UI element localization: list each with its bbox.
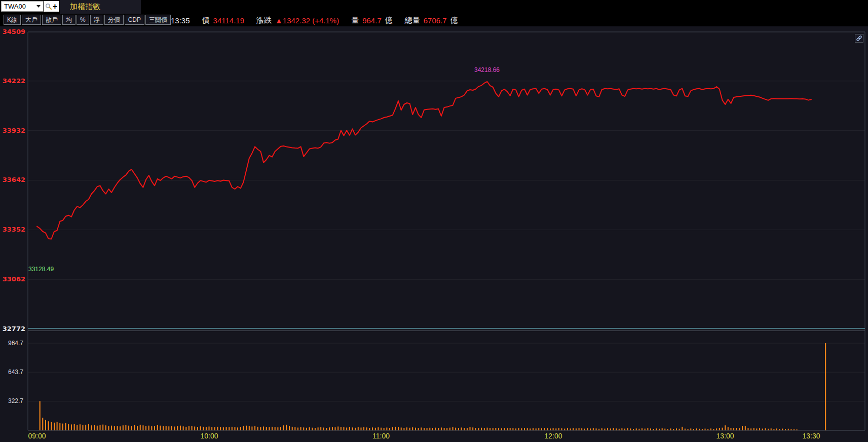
chart-region: 34509342223393233642333523306232772964.7…: [0, 0, 868, 442]
search-icon[interactable]: [45, 3, 52, 10]
price-axis-label-34509: 34509: [0, 28, 25, 35]
chain-link-icon: [856, 35, 862, 42]
toolbar-button-1[interactable]: 大戶: [22, 15, 41, 25]
toolbar-button-3[interactable]: 均: [62, 15, 76, 25]
status-bar: 13:35 價 34114.19 漲跌 ▲1342.32 (+4.1%) 量 9…: [171, 16, 470, 25]
toolbar-button-5[interactable]: 浮: [90, 15, 103, 25]
time-axis-label-12:00: 12:00: [537, 432, 570, 440]
status-time: 13:35: [171, 16, 190, 25]
day-low-annotation: 33128.49: [28, 266, 54, 273]
status-total-label: 總量: [405, 16, 420, 25]
price-axis-label-33352: 33352: [0, 226, 25, 233]
volume-axis-label-964.7: 964.7: [0, 340, 23, 347]
app-window: { "topbar": { "symbol_input": { "value":…: [0, 0, 868, 442]
status-volume-value: 964.7: [362, 16, 382, 25]
status-total: 總量 6706.7 億: [405, 16, 458, 25]
top-bar: TWA00 + 加權指數: [0, 0, 868, 14]
toolbar-button-4[interactable]: %: [77, 15, 89, 25]
status-price-value: 34114.19: [213, 16, 244, 25]
price-axis-label-33642: 33642: [0, 176, 25, 183]
tab-weighted-index[interactable]: 加權指數: [70, 2, 100, 12]
price-axis-label-33932: 33932: [0, 127, 25, 134]
add-symbol-button[interactable]: +: [53, 3, 58, 11]
volume-axis-label-643.7: 643.7: [0, 369, 23, 376]
status-volume-label: 量: [351, 16, 359, 25]
symbol-input-value[interactable]: TWA00: [2, 3, 36, 10]
toolbar-button-0[interactable]: K線: [4, 15, 21, 25]
link-button[interactable]: [855, 34, 863, 43]
status-total-unit: 億: [450, 16, 458, 25]
symbol-combo[interactable]: TWA00: [1, 1, 44, 12]
toolbar-buttons: K線大戶散戶均%浮分價CDP三關價: [4, 15, 171, 25]
tab-strip: 加權指數: [60, 0, 141, 14]
status-volume: 量 964.7 億: [351, 16, 393, 25]
status-change-value: ▲1342.32 (+4.1%): [275, 16, 339, 25]
price-axis-label-34222: 34222: [0, 77, 25, 85]
status-change: 漲跌 ▲1342.32 (+4.1%): [256, 16, 339, 25]
toolbar-button-2[interactable]: 散戶: [42, 15, 61, 25]
volume-axis-label-322.7: 322.7: [0, 397, 23, 404]
toolbar-button-7[interactable]: CDP: [125, 15, 144, 25]
time-axis-label-11:00: 11:00: [365, 432, 397, 440]
status-price-label: 價: [202, 16, 210, 25]
status-change-label: 漲跌: [256, 16, 272, 25]
price-axis-label-33062: 33062: [0, 275, 25, 283]
search-box: +: [44, 1, 59, 12]
toolbar-button-8[interactable]: 三關價: [145, 15, 171, 25]
toolbar-row: K線大戶散戶均%浮分價CDP三關價 13:35 價 34114.19 漲跌 ▲1…: [0, 14, 868, 26]
status-price: 價 34114.19: [202, 16, 244, 25]
time-axis-label-13:30: 13:30: [795, 432, 827, 440]
status-total-value: 6706.7: [424, 16, 447, 25]
chart-plot-area[interactable]: [0, 0, 868, 442]
status-time-value: 13:35: [171, 16, 190, 25]
status-volume-unit: 億: [385, 16, 393, 25]
time-axis-label-13:00: 13:00: [709, 432, 741, 440]
chevron-down-icon[interactable]: [36, 5, 41, 8]
day-high-annotation: 34218.66: [467, 66, 507, 73]
time-axis-label-10:00: 10:00: [193, 432, 225, 440]
price-axis-label-32772: 32772: [0, 325, 25, 333]
time-axis-label-09:00: 09:00: [21, 432, 53, 440]
toolbar-button-6[interactable]: 分價: [104, 15, 124, 25]
